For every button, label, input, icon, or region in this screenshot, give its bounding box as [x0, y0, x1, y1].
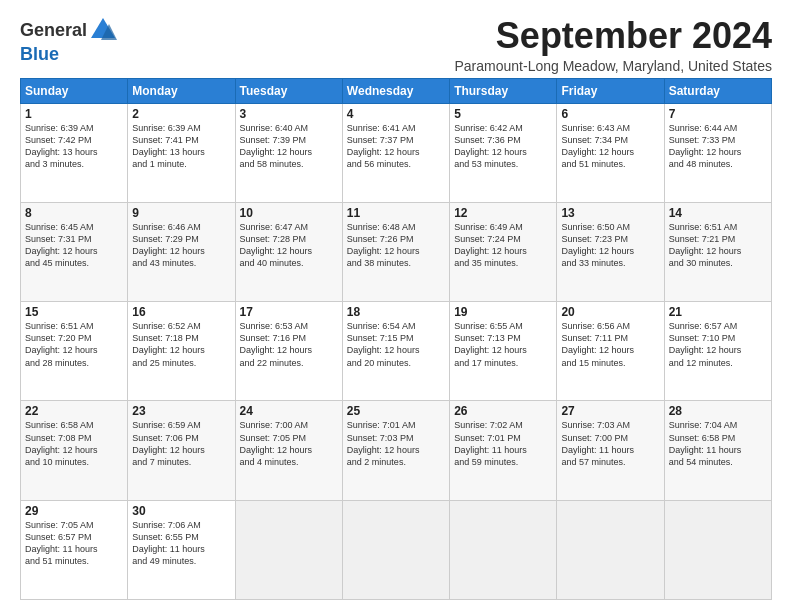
table-row: 9Sunrise: 6:46 AM Sunset: 7:29 PM Daylig… — [128, 202, 235, 301]
day-number: 23 — [132, 404, 230, 418]
table-row — [557, 500, 664, 599]
month-title: September 2024 — [454, 16, 772, 56]
day-info: Sunrise: 6:51 AM Sunset: 7:21 PM Dayligh… — [669, 221, 767, 270]
logo-blue-text: Blue — [20, 44, 59, 65]
table-row: 3Sunrise: 6:40 AM Sunset: 7:39 PM Daylig… — [235, 103, 342, 202]
day-number: 29 — [25, 504, 123, 518]
day-number: 21 — [669, 305, 767, 319]
calendar-header-row: Sunday Monday Tuesday Wednesday Thursday… — [21, 78, 772, 103]
day-info: Sunrise: 6:52 AM Sunset: 7:18 PM Dayligh… — [132, 320, 230, 369]
day-number: 19 — [454, 305, 552, 319]
table-row — [450, 500, 557, 599]
day-number: 16 — [132, 305, 230, 319]
day-info: Sunrise: 6:51 AM Sunset: 7:20 PM Dayligh… — [25, 320, 123, 369]
calendar-week-row: 29Sunrise: 7:05 AM Sunset: 6:57 PM Dayli… — [21, 500, 772, 599]
table-row: 26Sunrise: 7:02 AM Sunset: 7:01 PM Dayli… — [450, 401, 557, 500]
calendar-table: Sunday Monday Tuesday Wednesday Thursday… — [20, 78, 772, 600]
day-info: Sunrise: 7:06 AM Sunset: 6:55 PM Dayligh… — [132, 519, 230, 568]
table-row: 22Sunrise: 6:58 AM Sunset: 7:08 PM Dayli… — [21, 401, 128, 500]
day-info: Sunrise: 6:45 AM Sunset: 7:31 PM Dayligh… — [25, 221, 123, 270]
table-row: 21Sunrise: 6:57 AM Sunset: 7:10 PM Dayli… — [664, 302, 771, 401]
day-number: 7 — [669, 107, 767, 121]
table-row: 1Sunrise: 6:39 AM Sunset: 7:42 PM Daylig… — [21, 103, 128, 202]
table-row: 10Sunrise: 6:47 AM Sunset: 7:28 PM Dayli… — [235, 202, 342, 301]
day-info: Sunrise: 6:56 AM Sunset: 7:11 PM Dayligh… — [561, 320, 659, 369]
table-row: 27Sunrise: 7:03 AM Sunset: 7:00 PM Dayli… — [557, 401, 664, 500]
table-row: 16Sunrise: 6:52 AM Sunset: 7:18 PM Dayli… — [128, 302, 235, 401]
day-info: Sunrise: 7:03 AM Sunset: 7:00 PM Dayligh… — [561, 419, 659, 468]
day-number: 13 — [561, 206, 659, 220]
calendar-week-row: 15Sunrise: 6:51 AM Sunset: 7:20 PM Dayli… — [21, 302, 772, 401]
day-info: Sunrise: 7:01 AM Sunset: 7:03 PM Dayligh… — [347, 419, 445, 468]
page: General Blue September 2024 Paramount-Lo… — [0, 0, 792, 612]
day-number: 30 — [132, 504, 230, 518]
calendar-week-row: 22Sunrise: 6:58 AM Sunset: 7:08 PM Dayli… — [21, 401, 772, 500]
title-section: September 2024 Paramount-Long Meadow, Ma… — [454, 16, 772, 74]
table-row: 7Sunrise: 6:44 AM Sunset: 7:33 PM Daylig… — [664, 103, 771, 202]
day-info: Sunrise: 6:39 AM Sunset: 7:42 PM Dayligh… — [25, 122, 123, 171]
day-number: 11 — [347, 206, 445, 220]
table-row — [342, 500, 449, 599]
day-info: Sunrise: 7:02 AM Sunset: 7:01 PM Dayligh… — [454, 419, 552, 468]
table-row: 13Sunrise: 6:50 AM Sunset: 7:23 PM Dayli… — [557, 202, 664, 301]
table-row: 29Sunrise: 7:05 AM Sunset: 6:57 PM Dayli… — [21, 500, 128, 599]
day-number: 5 — [454, 107, 552, 121]
table-row: 18Sunrise: 6:54 AM Sunset: 7:15 PM Dayli… — [342, 302, 449, 401]
day-number: 9 — [132, 206, 230, 220]
day-number: 17 — [240, 305, 338, 319]
day-number: 25 — [347, 404, 445, 418]
day-number: 1 — [25, 107, 123, 121]
table-row: 25Sunrise: 7:01 AM Sunset: 7:03 PM Dayli… — [342, 401, 449, 500]
logo-icon — [89, 16, 117, 44]
day-info: Sunrise: 6:54 AM Sunset: 7:15 PM Dayligh… — [347, 320, 445, 369]
day-info: Sunrise: 6:59 AM Sunset: 7:06 PM Dayligh… — [132, 419, 230, 468]
day-info: Sunrise: 6:40 AM Sunset: 7:39 PM Dayligh… — [240, 122, 338, 171]
header-tuesday: Tuesday — [235, 78, 342, 103]
table-row: 12Sunrise: 6:49 AM Sunset: 7:24 PM Dayli… — [450, 202, 557, 301]
day-number: 2 — [132, 107, 230, 121]
day-info: Sunrise: 6:42 AM Sunset: 7:36 PM Dayligh… — [454, 122, 552, 171]
day-number: 10 — [240, 206, 338, 220]
table-row: 17Sunrise: 6:53 AM Sunset: 7:16 PM Dayli… — [235, 302, 342, 401]
table-row: 8Sunrise: 6:45 AM Sunset: 7:31 PM Daylig… — [21, 202, 128, 301]
table-row — [235, 500, 342, 599]
header-thursday: Thursday — [450, 78, 557, 103]
day-info: Sunrise: 6:46 AM Sunset: 7:29 PM Dayligh… — [132, 221, 230, 270]
day-number: 14 — [669, 206, 767, 220]
day-info: Sunrise: 6:58 AM Sunset: 7:08 PM Dayligh… — [25, 419, 123, 468]
table-row: 11Sunrise: 6:48 AM Sunset: 7:26 PM Dayli… — [342, 202, 449, 301]
calendar-week-row: 1Sunrise: 6:39 AM Sunset: 7:42 PM Daylig… — [21, 103, 772, 202]
header-friday: Friday — [557, 78, 664, 103]
day-number: 24 — [240, 404, 338, 418]
day-info: Sunrise: 6:55 AM Sunset: 7:13 PM Dayligh… — [454, 320, 552, 369]
day-number: 6 — [561, 107, 659, 121]
header-saturday: Saturday — [664, 78, 771, 103]
day-number: 28 — [669, 404, 767, 418]
table-row: 24Sunrise: 7:00 AM Sunset: 7:05 PM Dayli… — [235, 401, 342, 500]
header: General Blue September 2024 Paramount-Lo… — [20, 16, 772, 74]
header-wednesday: Wednesday — [342, 78, 449, 103]
day-number: 20 — [561, 305, 659, 319]
table-row: 2Sunrise: 6:39 AM Sunset: 7:41 PM Daylig… — [128, 103, 235, 202]
day-info: Sunrise: 6:47 AM Sunset: 7:28 PM Dayligh… — [240, 221, 338, 270]
table-row: 14Sunrise: 6:51 AM Sunset: 7:21 PM Dayli… — [664, 202, 771, 301]
table-row — [664, 500, 771, 599]
day-number: 4 — [347, 107, 445, 121]
day-info: Sunrise: 6:49 AM Sunset: 7:24 PM Dayligh… — [454, 221, 552, 270]
day-info: Sunrise: 6:48 AM Sunset: 7:26 PM Dayligh… — [347, 221, 445, 270]
table-row: 20Sunrise: 6:56 AM Sunset: 7:11 PM Dayli… — [557, 302, 664, 401]
logo: General Blue — [20, 16, 117, 65]
day-number: 26 — [454, 404, 552, 418]
day-info: Sunrise: 6:53 AM Sunset: 7:16 PM Dayligh… — [240, 320, 338, 369]
day-number: 3 — [240, 107, 338, 121]
day-info: Sunrise: 6:43 AM Sunset: 7:34 PM Dayligh… — [561, 122, 659, 171]
header-monday: Monday — [128, 78, 235, 103]
location-title: Paramount-Long Meadow, Maryland, United … — [454, 58, 772, 74]
day-number: 18 — [347, 305, 445, 319]
day-info: Sunrise: 7:05 AM Sunset: 6:57 PM Dayligh… — [25, 519, 123, 568]
day-number: 22 — [25, 404, 123, 418]
day-info: Sunrise: 6:50 AM Sunset: 7:23 PM Dayligh… — [561, 221, 659, 270]
day-number: 27 — [561, 404, 659, 418]
day-info: Sunrise: 6:44 AM Sunset: 7:33 PM Dayligh… — [669, 122, 767, 171]
header-sunday: Sunday — [21, 78, 128, 103]
